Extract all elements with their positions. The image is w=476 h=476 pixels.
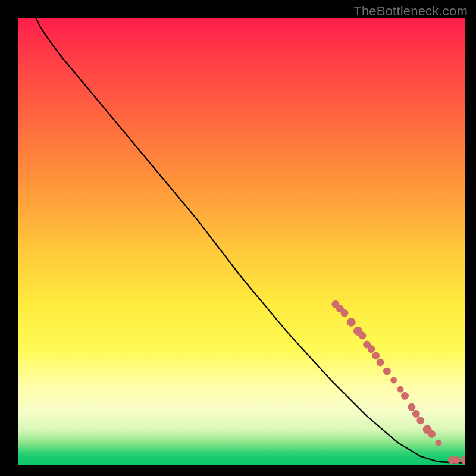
data-point	[341, 309, 348, 317]
data-point	[397, 386, 403, 392]
data-point	[391, 377, 397, 383]
data-point	[372, 352, 380, 359]
data-point	[359, 332, 366, 339]
data-points-group	[332, 300, 465, 464]
data-point	[377, 359, 384, 366]
data-point	[347, 318, 355, 326]
data-point	[412, 411, 419, 418]
data-point	[417, 417, 424, 424]
watermark-text: TheBottleneck.com	[353, 4, 468, 19]
chart-frame: TheBottleneck.com	[0, 0, 476, 476]
data-point	[383, 368, 390, 375]
chart-overlay	[18, 18, 465, 465]
curve-line	[36, 18, 465, 463]
data-point	[453, 456, 460, 464]
data-point	[402, 392, 409, 399]
data-point	[408, 403, 415, 411]
data-point	[368, 346, 375, 353]
data-point	[436, 440, 441, 446]
data-point	[428, 430, 436, 437]
plot-area	[18, 18, 465, 465]
